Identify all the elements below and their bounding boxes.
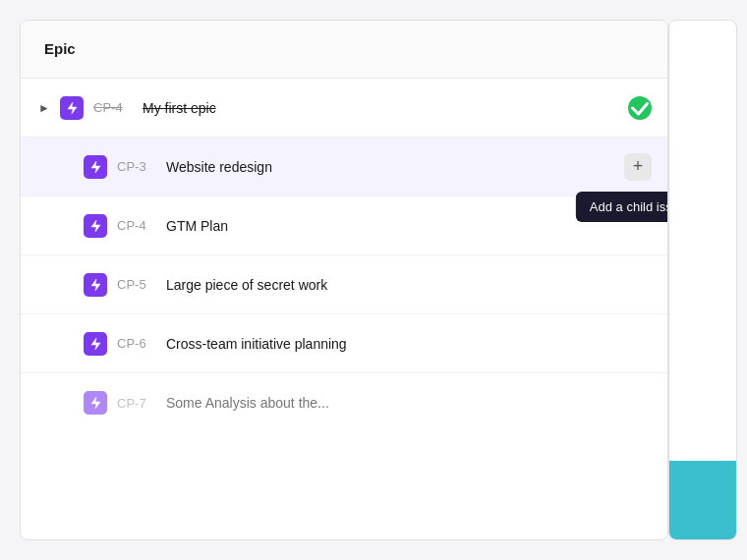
main-panel: Epic ► CP-4My first epic CP-3Website red… <box>20 20 668 540</box>
expand-chevron[interactable]: ► <box>36 100 52 116</box>
issue-title: My first epic <box>143 100 628 116</box>
status-done-badge <box>628 96 652 120</box>
issue-id: CP-4 <box>93 100 133 115</box>
issue-type-icon <box>84 273 107 297</box>
issue-id: CP-3 <box>117 159 156 174</box>
issue-type-icon <box>60 96 84 120</box>
issue-id: CP-4 <box>117 218 156 233</box>
epic-row-cp-4: CP-4GTM Plan <box>21 196 667 255</box>
issue-title: Website redesign <box>166 159 624 175</box>
issue-id: CP-5 <box>117 277 156 292</box>
epic-row-cp-6: CP-6Cross-team initiative planning <box>21 314 667 373</box>
right-panel <box>668 20 737 540</box>
epic-row-cp-4: ► CP-4My first epic <box>21 79 667 138</box>
issue-title: Some Analysis about the... <box>166 395 652 411</box>
rows-container: ► CP-4My first epic CP-3Website redesign… <box>21 79 667 432</box>
add-child-tooltip-container: + Add a child issue <box>624 153 652 181</box>
issue-title: GTM Plan <box>166 218 652 234</box>
epic-row-cp-5: CP-5Large piece of secret work <box>21 255 667 314</box>
epic-row-cp-7: CP-7Some Analysis about the... <box>21 373 667 432</box>
epic-row-cp-3: CP-3Website redesign + Add a child issue <box>21 138 667 196</box>
issue-type-icon <box>84 332 107 356</box>
issue-id: CP-6 <box>117 336 156 351</box>
column-title-epic: Epic <box>44 40 76 57</box>
row-actions: + Add a child issue <box>624 153 652 181</box>
issue-title: Large piece of secret work <box>166 277 652 293</box>
table-header: Epic <box>21 21 667 79</box>
issue-type-icon <box>84 214 107 238</box>
row-actions <box>628 96 652 120</box>
app-container: Epic ► CP-4My first epic CP-3Website red… <box>0 0 747 560</box>
right-panel-accent <box>669 461 736 539</box>
issue-id: CP-7 <box>117 396 156 411</box>
issue-type-icon <box>84 155 107 179</box>
issue-type-icon <box>84 391 107 415</box>
issue-title: Cross-team initiative planning <box>166 336 652 352</box>
add-child-button[interactable]: + <box>624 153 652 181</box>
